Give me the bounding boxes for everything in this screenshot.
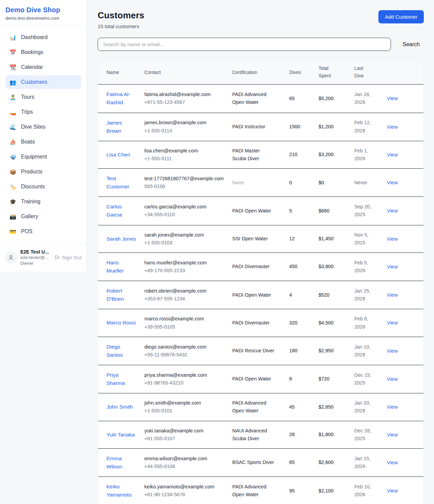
customer-phone: +1-555-0101 xyxy=(144,407,224,415)
customer-email: keiko.yamamoto@example.com xyxy=(144,483,224,491)
sidebar-item-label: Gallery xyxy=(21,213,38,220)
sidebar: Demo Dive Shop demo.test.divestreams.com… xyxy=(0,0,87,272)
brand: Demo Dive Shop demo.test.divestreams.com xyxy=(0,0,86,26)
customer-total-spent: $4,500 xyxy=(318,320,333,325)
customer-name-link[interactable]: Emma Wilson xyxy=(106,454,136,471)
customer-total-spent: $3,800 xyxy=(318,264,333,269)
sidebar-item-boats[interactable]: ⛵ Boats xyxy=(5,135,81,149)
customer-name-link[interactable]: Robert O'Brien xyxy=(106,287,136,303)
sidebar-item-trips[interactable]: 🚤 Trips xyxy=(5,105,81,119)
view-customer-link[interactable]: View xyxy=(387,488,398,493)
col-header-dives: Dives xyxy=(285,60,314,85)
col-header-actions xyxy=(383,60,423,85)
customer-last-dive: Jan 25, 2026 xyxy=(354,287,375,303)
view-customer-link[interactable]: View xyxy=(387,432,398,437)
sidebar-item-label: Training xyxy=(21,199,40,205)
customer-last-dive: Never xyxy=(354,179,368,187)
main-content: Customers 15 total customers Add Custome… xyxy=(87,0,434,504)
customer-last-dive: Feb 12, 2026 xyxy=(354,119,375,134)
sidebar-item-equipment[interactable]: 🤿 Equipment xyxy=(5,150,81,164)
view-customer-link[interactable]: View xyxy=(387,180,398,185)
add-customer-button[interactable]: Add Customer xyxy=(378,10,424,23)
view-customer-link[interactable]: View xyxy=(387,264,398,269)
sidebar-item-products[interactable]: 📦 Products xyxy=(5,165,81,179)
view-customer-link[interactable]: View xyxy=(387,124,398,130)
customer-total-spent: $680 xyxy=(318,208,329,213)
customer-phone: +971-55-123-4567 xyxy=(144,98,224,106)
customer-email: robert.obrien@example.com xyxy=(144,287,224,295)
customer-dives: 1500 xyxy=(289,124,300,129)
customer-certification: PADI Instructor xyxy=(232,123,265,131)
customer-total-spent: $0 xyxy=(318,180,324,185)
customer-last-dive: Dec 15, 2025 xyxy=(354,371,375,387)
customer-name-link[interactable]: Lisa Chen xyxy=(106,151,130,159)
sign-out-icon xyxy=(54,255,60,260)
sidebar-item-training[interactable]: 🎓 Training xyxy=(5,195,81,208)
view-customer-link[interactable]: View xyxy=(387,348,398,354)
customer-email: carlos.garcia@example.com xyxy=(144,203,224,211)
sidebar-item-gallery[interactable]: 📸 Gallery xyxy=(5,210,81,223)
sidebar-item-discounts[interactable]: 🏷️ Discounts xyxy=(5,180,81,193)
col-header-contact: Contact xyxy=(140,60,228,85)
sign-out-button[interactable]: Sign Out xyxy=(54,255,82,260)
customer-name-link[interactable]: John Smith xyxy=(106,403,133,411)
sidebar-item-label: Calendar xyxy=(21,64,43,70)
search-button[interactable]: Search xyxy=(398,39,424,50)
table-row: Fatima Al-Rashid fatima.alrashid@example… xyxy=(98,85,423,113)
view-customer-link[interactable]: View xyxy=(387,376,398,382)
user-role: Owner xyxy=(20,261,49,266)
view-customer-link[interactable]: View xyxy=(387,236,398,242)
customer-email: priya.sharma@example.com xyxy=(144,371,224,379)
customer-dives: 28 xyxy=(289,432,295,437)
sidebar-item-calendar[interactable]: 📆 Calendar xyxy=(5,60,81,74)
customer-name-link[interactable]: James Brown xyxy=(106,119,136,135)
customer-last-dive: Jan 10, 2026 xyxy=(354,343,375,359)
sidebar-item-customers[interactable]: 👥 Customers xyxy=(5,75,81,89)
customer-phone: +55-11-99876-5432 xyxy=(144,351,224,359)
customer-dives: 12 xyxy=(289,236,295,241)
sidebar-item-bookings[interactable]: 📅 Bookings xyxy=(5,45,81,59)
customer-name-link[interactable]: Diego Santos xyxy=(106,343,136,359)
view-customer-link[interactable]: View xyxy=(387,460,398,465)
view-customer-link[interactable]: View xyxy=(387,95,398,101)
customer-name-link[interactable]: Carlos Garcia xyxy=(106,203,136,219)
view-customer-link[interactable]: View xyxy=(387,292,398,298)
search-input[interactable] xyxy=(98,38,391,51)
customer-total-spent: $2,850 xyxy=(318,404,333,410)
customer-certification: PADI Open Water xyxy=(232,207,271,215)
tours-icon: 🏝️ xyxy=(9,94,16,100)
customer-phone: +49-170-555-2233 xyxy=(144,267,224,275)
customer-total-spent: $3,200 xyxy=(318,152,333,157)
sidebar-item-dive-sites[interactable]: 🌊 Dive Sites xyxy=(5,120,81,134)
view-customer-link[interactable]: View xyxy=(387,152,398,157)
customer-email: lisa.chen@example.com xyxy=(144,147,224,155)
customer-last-dive: Feb 10, 2026 xyxy=(354,483,375,499)
discounts-icon: 🏷️ xyxy=(9,184,16,190)
sidebar-item-label: POS xyxy=(21,228,33,235)
col-header-last-dive: Last Dive xyxy=(350,60,383,85)
customer-name-link[interactable]: Priya Sharma xyxy=(106,371,136,387)
customer-email: fatima.alrashid@example.com xyxy=(144,91,224,98)
customer-name-link[interactable]: Test Customer xyxy=(106,174,136,191)
view-customer-link[interactable]: View xyxy=(387,208,398,213)
customer-email: marco.rossi@example.com xyxy=(144,315,224,323)
customer-name-link[interactable]: Sarah Jones xyxy=(106,235,136,243)
table-header-row: Name Contact Certification Dives Total S… xyxy=(98,60,423,85)
sidebar-item-pos[interactable]: 💳 POS xyxy=(5,225,81,238)
table-row: Priya Sharma priya.sharma@example.com +9… xyxy=(98,365,423,393)
customer-phone: +1-555-0111 xyxy=(144,155,224,163)
customer-name-link[interactable]: Yuki Tanaka xyxy=(106,431,135,439)
customer-name-link[interactable]: Hans Mueller xyxy=(106,259,136,275)
sidebar-item-dashboard[interactable]: 📊 Dashboard xyxy=(5,31,81,44)
customer-email: yuki.tanaka@example.com xyxy=(144,427,224,435)
customer-last-dive: Jan 20, 2026 xyxy=(354,399,375,415)
customer-name-link[interactable]: Fatima Al-Rashid xyxy=(106,90,136,107)
view-customer-link[interactable]: View xyxy=(387,320,398,325)
sidebar-item-tours[interactable]: 🏝️ Tours xyxy=(5,90,81,104)
shop-domain: demo.test.divestreams.com xyxy=(5,16,81,21)
view-customer-link[interactable]: View xyxy=(387,404,398,410)
customer-name-link[interactable]: Marco Rossi xyxy=(106,319,136,327)
table-body: Fatima Al-Rashid fatima.alrashid@example… xyxy=(98,85,423,504)
table-row: Emma Wilson emma.wilson@example.com +44-… xyxy=(98,448,423,477)
customer-name-link[interactable]: Keiko Yamamoto xyxy=(106,483,136,499)
